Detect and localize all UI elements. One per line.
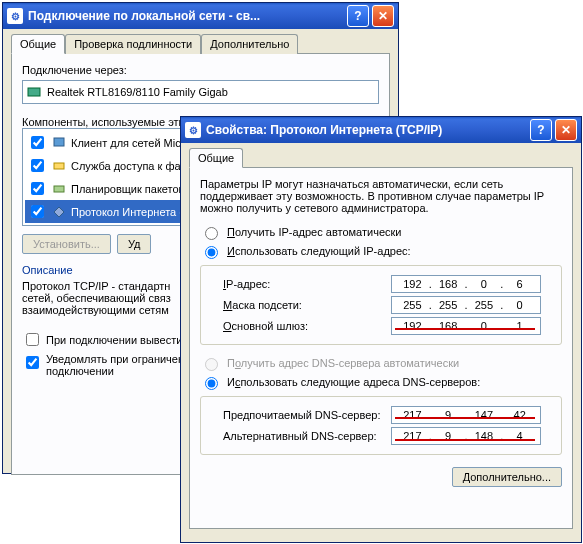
dns1-input[interactable]: 217.9.147.42: [391, 406, 541, 424]
tab-auth[interactable]: Проверка подлинности: [65, 34, 201, 54]
checkbox[interactable]: [31, 205, 44, 218]
window-tcpip-properties: ⚙ Свойства: Протокол Интернета (TCP/IP) …: [180, 116, 582, 543]
gateway-label: Основной шлюз:: [223, 320, 383, 332]
window-title-2: Свойства: Протокол Интернета (TCP/IP): [206, 123, 527, 137]
radio-ip-manual[interactable]: [205, 246, 218, 259]
app-icon: ⚙: [7, 8, 23, 24]
notify-label: Уведомлять при ограниченн подключении: [46, 353, 190, 377]
ip-label: IP-адрес:: [223, 278, 383, 290]
svg-rect-0: [28, 88, 40, 96]
item-label: Планировщик пакетов: [71, 183, 184, 195]
item-label: Служба доступа к фай: [71, 160, 187, 172]
notify-checkbox[interactable]: [26, 356, 39, 369]
adapter-name: Realtek RTL8169/8110 Family Gigab: [47, 86, 228, 98]
scheduler-icon: [51, 181, 67, 197]
ip-input[interactable]: 192.168.0.6: [391, 275, 541, 293]
radio-dns-manual[interactable]: [205, 377, 218, 390]
adapter-box[interactable]: Realtek RTL8169/8110 Family Gigab: [22, 80, 379, 104]
radio-dns-auto: [205, 358, 218, 371]
tabs-1: Общие Проверка подлинности Дополнительно: [11, 33, 390, 53]
svg-rect-3: [54, 186, 64, 192]
intro-text: Параметры IP могут назначаться автоматич…: [200, 178, 562, 214]
radio-ip-auto-label: Получить IP-адрес автоматически: [227, 226, 401, 238]
checkbox[interactable]: [31, 159, 44, 172]
gateway-input[interactable]: 192.168.0.1: [391, 317, 541, 335]
help-button[interactable]: ?: [530, 119, 552, 141]
tab-advanced-1[interactable]: Дополнительно: [201, 34, 298, 54]
highlight-line: [395, 328, 535, 330]
highlight-line: [395, 439, 535, 441]
radio-dns-manual-label: Использовать следующие адреса DNS-сервер…: [227, 376, 480, 388]
install-button[interactable]: Установить...: [22, 234, 111, 254]
close-button[interactable]: ✕: [555, 119, 577, 141]
dns2-input[interactable]: 217.9.148.4: [391, 427, 541, 445]
show-icon-checkbox[interactable]: [26, 333, 39, 346]
dns2-label: Альтернативный DNS-сервер:: [223, 430, 383, 442]
radio-dns-auto-label: Получить адрес DNS-сервера автоматически: [227, 357, 459, 369]
protocol-icon: [51, 204, 67, 220]
client-icon: [51, 135, 67, 151]
tab-general-1[interactable]: Общие: [11, 34, 65, 54]
show-icon-label: При подключении вывести з: [46, 334, 190, 346]
window-title-1: Подключение по локальной сети - св...: [28, 9, 344, 23]
titlebar-2[interactable]: ⚙ Свойства: Протокол Интернета (TCP/IP) …: [181, 117, 581, 143]
connect-via-label: Подключение через:: [22, 64, 379, 76]
uninstall-button[interactable]: Уд: [117, 234, 152, 254]
radio-ip-auto[interactable]: [205, 227, 218, 240]
service-icon: [51, 158, 67, 174]
highlight-line: [395, 417, 535, 419]
item-label: Протокол Интернета (T: [71, 206, 190, 218]
close-button[interactable]: ✕: [372, 5, 394, 27]
mask-input[interactable]: 255.255.255.0: [391, 296, 541, 314]
checkbox[interactable]: [31, 136, 44, 149]
svg-rect-1: [54, 138, 64, 146]
tab-general-2[interactable]: Общие: [189, 148, 243, 168]
svg-rect-2: [54, 163, 64, 169]
item-label: Клиент для сетей Micr: [71, 137, 184, 149]
nic-icon: [26, 84, 42, 100]
help-button[interactable]: ?: [347, 5, 369, 27]
checkbox[interactable]: [31, 182, 44, 195]
app-icon: ⚙: [185, 122, 201, 138]
radio-ip-manual-label: Использовать следующий IP-адрес:: [227, 245, 411, 257]
titlebar-1[interactable]: ⚙ Подключение по локальной сети - св... …: [3, 3, 398, 29]
advanced-button[interactable]: Дополнительно...: [452, 467, 562, 487]
mask-label: Маска подсети:: [223, 299, 383, 311]
dns1-label: Предпочитаемый DNS-сервер:: [223, 409, 383, 421]
